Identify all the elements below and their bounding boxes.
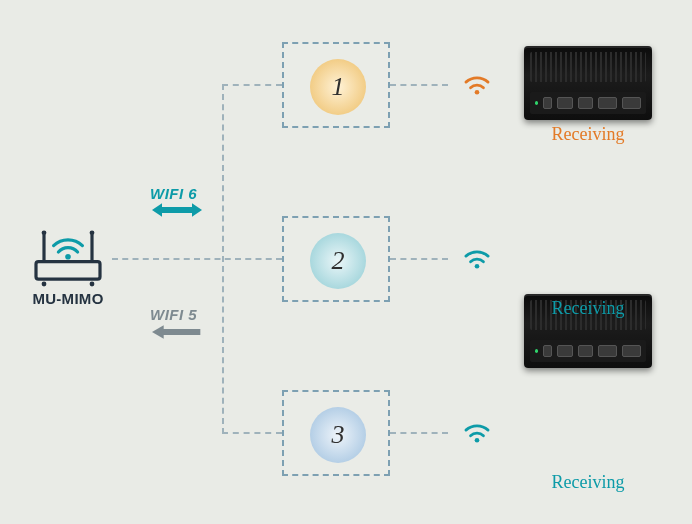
router-label: MU-MIMO [20,290,116,307]
wifi-icon [462,72,492,96]
wifi-icon [462,246,492,270]
node-box-1: 1 [282,42,390,128]
dash-line [222,84,224,434]
node-circle-1: 1 [310,59,366,115]
node-box-3: 3 [282,390,390,476]
node-number-1: 1 [332,72,345,102]
svg-point-13 [475,90,480,95]
device-1 [524,46,652,120]
svg-marker-10 [192,203,202,216]
device-3-status: Receiving [524,472,652,493]
wifi6-arrow-icon [152,200,202,220]
svg-point-4 [90,230,95,235]
device-1-status: Receiving [524,124,652,145]
svg-rect-0 [36,262,100,280]
svg-marker-12 [152,325,164,338]
dash-line [390,84,448,86]
wifi-icon [462,420,492,444]
router-icon [28,212,108,292]
svg-point-7 [65,254,71,260]
svg-point-15 [475,438,480,443]
node-circle-2: 2 [310,233,366,289]
dash-line [222,84,282,86]
wifi5-label: WIFI 5 [150,306,197,323]
svg-point-5 [42,282,47,287]
device-2-status: Receiving [524,298,652,319]
node-circle-3: 3 [310,407,366,463]
node-box-2: 2 [282,216,390,302]
dash-line [112,258,282,260]
svg-point-14 [475,264,480,269]
wifi5-arrow-icon [152,322,202,342]
node-number-3: 3 [332,420,345,450]
dash-line [390,258,448,260]
svg-point-6 [90,282,95,287]
node-number-2: 2 [332,246,345,276]
svg-point-2 [42,230,47,235]
dash-line [222,432,282,434]
svg-marker-9 [152,203,162,216]
dash-line [390,432,448,434]
